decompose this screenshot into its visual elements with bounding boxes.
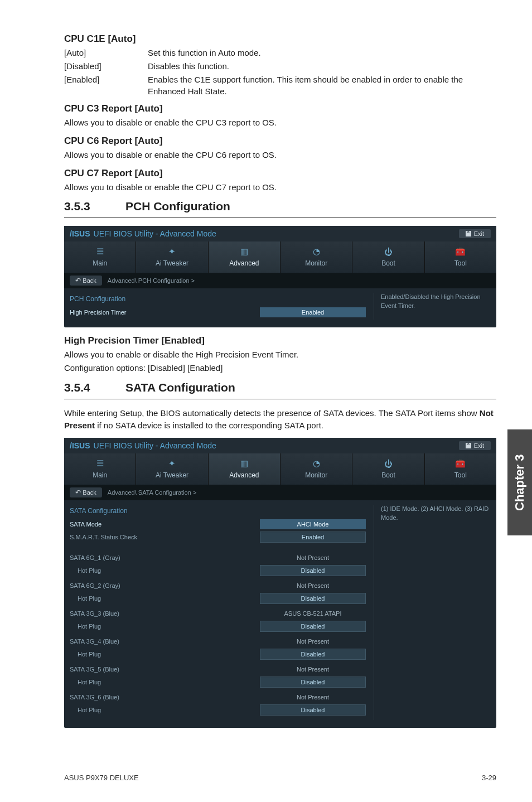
sata-port-item: SATA 3G_5 (Blue)Not Present: [70, 664, 366, 674]
tab-tool[interactable]: 🧰Tool: [425, 453, 496, 485]
sata-port-group: SATA 6G_2 (Gray)Not PresentHot PlugDisab…: [70, 581, 366, 604]
tab-boot[interactable]: ⏻Boot: [352, 453, 424, 485]
hot-plug-label: Hot Plug: [78, 595, 260, 602]
chapter-tab: Chapter 3: [507, 429, 532, 535]
exit-button[interactable]: Exit: [459, 229, 491, 238]
smart-item[interactable]: S.M.A.R.T. Status Check Enabled: [70, 532, 366, 543]
hot-plug-value[interactable]: Disabled: [260, 704, 366, 716]
sata-port-name: SATA 6G_1 (Gray): [70, 554, 260, 561]
exit-icon: [466, 231, 471, 236]
hot-plug-item[interactable]: Hot PlugDisabled: [78, 593, 366, 604]
hot-plug-value[interactable]: Disabled: [260, 565, 366, 576]
hot-plug-label: Hot Plug: [78, 707, 260, 713]
hot-plug-item[interactable]: Hot PlugDisabled: [78, 649, 366, 660]
cpu-c7-text: Allows you to disable or enable the CPU …: [64, 181, 496, 194]
sata-intro: While entering Setup, the BIOS automatic…: [64, 407, 496, 432]
c1e-val-enabled: Enables the C1E support function. This i…: [148, 74, 496, 98]
chip-icon: ▥: [209, 246, 280, 257]
sata-port-name: SATA 3G_3 (Blue): [70, 610, 260, 617]
exit-icon: [466, 443, 471, 448]
hot-plug-item[interactable]: Hot PlugDisabled: [78, 704, 366, 716]
hpt-value[interactable]: Enabled: [260, 307, 366, 317]
sata-port-group: SATA 6G_1 (Gray)Not PresentHot PlugDisab…: [70, 553, 366, 576]
c1e-table: [Auto]Set this function in Auto mode. [D…: [64, 47, 496, 98]
sata-port-group: SATA 3G_3 (Blue)ASUS CB-521 ATAPIHot Plu…: [70, 608, 366, 632]
help-panel: Enabled/Disabled the High Precision Even…: [374, 293, 491, 320]
cpu-c6-text: Allows you to disable or enable the CPU …: [64, 149, 496, 161]
tab-main[interactable]: ☰Main: [64, 241, 136, 273]
tab-main[interactable]: ☰Main: [64, 453, 136, 485]
toolbox-icon: 🧰: [425, 246, 496, 257]
hot-plug-value[interactable]: Disabled: [260, 649, 366, 660]
section-title: SATA Configuration: [125, 381, 235, 394]
sata-port-group: SATA 3G_4 (Blue)Not PresentHot PlugDisab…: [70, 636, 366, 660]
c1e-key-enabled: [Enabled]: [64, 74, 148, 98]
power-icon: ⏻: [352, 246, 424, 257]
tab-boot[interactable]: ⏻Boot: [352, 241, 424, 273]
list-icon: ☰: [64, 458, 136, 469]
cpu-c6-heading: CPU C6 Report [Auto]: [64, 136, 496, 147]
chip-icon: ▥: [209, 458, 280, 469]
toolbox-icon: 🧰: [425, 458, 496, 469]
hot-plug-value[interactable]: Disabled: [260, 593, 366, 604]
sata-port-status: Not Present: [260, 664, 366, 674]
sata-port-name: SATA 3G_4 (Blue): [70, 638, 260, 645]
sata-port-group: SATA 3G_6 (Blue)Not PresentHot PlugDisab…: [70, 692, 366, 716]
sata-port-item: SATA 3G_6 (Blue)Not Present: [70, 692, 366, 702]
sata-port-item: SATA 6G_2 (Gray)Not Present: [70, 581, 366, 591]
sata-mode-label: SATA Mode: [70, 521, 260, 528]
breadcrumb: Advanced\ PCH Configuration >: [108, 277, 195, 284]
sata-port-group: SATA 3G_5 (Blue)Not PresentHot PlugDisab…: [70, 664, 366, 688]
c1e-val-disabled: Disables this function.: [148, 60, 496, 73]
smart-value[interactable]: Enabled: [260, 532, 366, 543]
sata-port-name: SATA 6G_2 (Gray): [70, 582, 260, 589]
c1e-key-auto: [Auto]: [64, 47, 148, 59]
wizard-icon: ✦: [136, 458, 207, 469]
tab-monitor[interactable]: ◔Monitor: [280, 453, 352, 485]
divider: [64, 218, 496, 218]
bios-title: UEFI BIOS Utility - Advanced Mode: [94, 229, 216, 238]
power-icon: ⏻: [352, 458, 424, 469]
sata-mode-item[interactable]: SATA Mode AHCI Mode: [70, 519, 366, 529]
sata-port-status: Not Present: [260, 581, 366, 591]
bios-title: UEFI BIOS Utility - Advanced Mode: [94, 441, 216, 450]
hpt-item[interactable]: High Precision Timer Enabled: [70, 307, 366, 317]
wizard-icon: ✦: [136, 246, 207, 257]
tab-ai-tweaker[interactable]: ✦Ai Tweaker: [136, 241, 208, 273]
hot-plug-item[interactable]: Hot PlugDisabled: [78, 677, 366, 688]
hot-plug-item[interactable]: Hot PlugDisabled: [78, 621, 366, 632]
smart-label: S.M.A.R.T. Status Check: [70, 534, 260, 540]
cpu-c7-heading: CPU C7 Report [Auto]: [64, 168, 496, 179]
gauge-icon: ◔: [280, 246, 352, 257]
asus-logo: /ISUS: [70, 441, 90, 450]
back-button[interactable]: Back: [70, 276, 102, 286]
section-3-5-3: 3.5.3PCH Configuration: [64, 200, 496, 213]
tab-advanced[interactable]: ▥Advanced: [209, 241, 280, 273]
tab-tool[interactable]: 🧰Tool: [425, 241, 496, 273]
cpu-c3-text: Allows you to disable or enable the CPU …: [64, 117, 496, 129]
hot-plug-label: Hot Plug: [78, 651, 260, 658]
hot-plug-value[interactable]: Disabled: [260, 677, 366, 688]
help-panel: (1) IDE Mode. (2) AHCI Mode. (3) RAID Mo…: [374, 505, 491, 720]
hot-plug-label: Hot Plug: [78, 567, 260, 574]
bios-sata-screenshot: /ISUS UEFI BIOS Utility - Advanced Mode …: [64, 438, 496, 728]
tab-advanced[interactable]: ▥Advanced: [209, 453, 280, 485]
section-3-5-4: 3.5.4SATA Configuration: [64, 381, 496, 394]
tab-monitor[interactable]: ◔Monitor: [280, 241, 352, 273]
hot-plug-value[interactable]: Disabled: [260, 621, 366, 632]
back-button[interactable]: Back: [70, 487, 102, 497]
sata-port-name: SATA 3G_5 (Blue): [70, 666, 260, 673]
c1e-key-disabled: [Disabled]: [64, 60, 148, 73]
sata-port-status: Not Present: [260, 692, 366, 702]
bios-pch-screenshot: /ISUS UEFI BIOS Utility - Advanced Mode …: [64, 226, 496, 327]
tab-ai-tweaker[interactable]: ✦Ai Tweaker: [136, 453, 208, 485]
c1e-val-auto: Set this function in Auto mode.: [148, 47, 496, 59]
sata-mode-value[interactable]: AHCI Mode: [260, 519, 366, 529]
hpt-label: High Precision Timer: [70, 309, 260, 316]
section-num: 3.5.3: [64, 200, 125, 213]
sata-port-status: Not Present: [260, 553, 366, 563]
bios-tabs: ☰Main ✦Ai Tweaker ▥Advanced ◔Monitor ⏻Bo…: [64, 241, 496, 273]
exit-button[interactable]: Exit: [459, 441, 491, 450]
sata-port-item: SATA 6G_1 (Gray)Not Present: [70, 553, 366, 563]
hot-plug-item[interactable]: Hot PlugDisabled: [78, 565, 366, 576]
